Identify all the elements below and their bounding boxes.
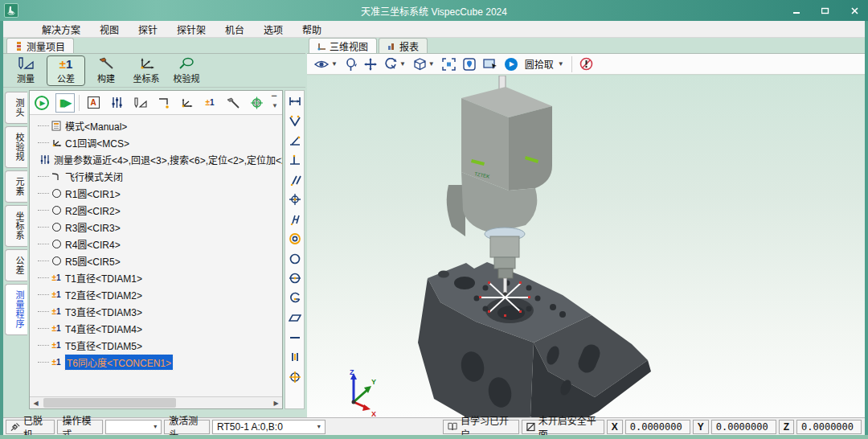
corner-feature-button[interactable] — [154, 93, 173, 113]
menu-machine[interactable]: 机台 — [215, 21, 254, 38]
side-tab-program[interactable]: 测量程序 — [5, 284, 27, 335]
minimize-button[interactable] — [788, 3, 805, 18]
scrollbar-thumb[interactable] — [43, 398, 176, 408]
angle-icon[interactable] — [288, 114, 302, 128]
menu-probe[interactable]: 探针 — [129, 21, 167, 38]
ribbon-gauge-button[interactable]: 校验规 — [167, 55, 206, 86]
pick-mode-dropdown[interactable]: 圆拾取▼ — [525, 57, 564, 71]
distance-icon[interactable] — [288, 94, 302, 108]
tree-row[interactable]: ±1T5直径<TDIAM5> — [35, 337, 282, 354]
side-tab-coordinate[interactable]: 坐标系 — [5, 205, 27, 247]
tree-row[interactable]: C1回调<MCS> — [35, 134, 282, 151]
x-coordinate-value: 0.0000000 — [625, 420, 690, 434]
angularity-icon[interactable] — [288, 133, 302, 147]
alarm-disabled-icon[interactable] — [579, 57, 593, 71]
perpendicularity-icon[interactable] — [288, 154, 302, 167]
straightness-icon[interactable] — [288, 330, 302, 344]
runout-icon[interactable] — [288, 212, 302, 226]
ribbon-toolbar: 测量 ±1 公差 构建 坐标系 — [3, 54, 305, 88]
circle-icon — [50, 204, 63, 217]
parallel-lines-icon[interactable] — [288, 351, 302, 364]
tolerance-feature-button[interactable]: ±1 — [200, 93, 219, 113]
side-tab-probe[interactable]: 测头 — [5, 92, 27, 124]
position-icon[interactable] — [288, 193, 302, 207]
tolerance-icon: ±1 — [50, 272, 63, 285]
horizontal-scrollbar[interactable]: ◀ ▶ — [30, 396, 282, 408]
side-tab-elements[interactable]: 元素 — [5, 170, 27, 203]
menu-probe-rack[interactable]: 探针架 — [167, 21, 215, 38]
step-run-button[interactable]: ▮▶ — [55, 93, 75, 113]
ribbon-construct-label: 构建 — [97, 72, 115, 84]
tab-3d-view[interactable]: 三维视图 — [309, 38, 377, 53]
tree-row[interactable]: 模式<Manual> — [35, 117, 282, 134]
view-cube-dropdown[interactable]: ▼ — [413, 58, 435, 71]
menu-bar: 解决方案 视图 探针 探针架 机台 选项 帮助 — [3, 21, 865, 38]
ribbon-tolerance-button[interactable]: ±1 公差 — [47, 55, 85, 86]
ribbon-measure-button[interactable]: 测量 — [6, 55, 45, 86]
fly-icon — [50, 170, 63, 183]
tree-row[interactable]: ±1T3直径<TDIAM3> — [35, 303, 282, 320]
menu-help[interactable]: 帮助 — [293, 21, 331, 38]
tab-measurement-project[interactable]: 测量项目 — [6, 38, 74, 53]
self-learn-status[interactable]: 自学习已开启 — [443, 420, 519, 434]
tree-row[interactable]: ±1T2直径<TDIAM2> — [35, 286, 282, 303]
tree-row[interactable]: R1圆<CIR1> — [35, 185, 282, 202]
orbit-dropdown[interactable]: ▼ — [384, 58, 406, 71]
window-select-icon[interactable] — [483, 58, 497, 70]
tab-report[interactable]: 报表 — [379, 38, 428, 53]
side-tab-gauge[interactable]: 校验规 — [5, 126, 27, 168]
pick-mode-label: 圆拾取 — [525, 57, 554, 71]
hammer-icon — [98, 56, 114, 71]
tree-row[interactable]: ±1T4直径<TDIAM4> — [35, 320, 282, 337]
rotate-view-icon[interactable] — [345, 58, 357, 71]
menu-view[interactable]: 视图 — [90, 21, 129, 38]
tree-row[interactable]: R5圆<CIR5> — [35, 252, 282, 269]
active-probe-select[interactable]: RT50-1 A:0,B:0▾ — [212, 420, 326, 434]
visibility-dropdown[interactable]: ▼ — [313, 59, 338, 70]
measure-tool-button[interactable] — [130, 93, 149, 113]
triad-z-label: Z — [350, 368, 354, 376]
locate-pin-icon[interactable] — [463, 58, 476, 71]
ribbon-construct-button[interactable]: 构建 — [87, 55, 125, 86]
window-bottom-edge — [0, 435, 868, 439]
scroll-right-arrow[interactable]: ▶ — [270, 397, 282, 408]
measure-params-button[interactable] — [107, 93, 126, 113]
scroll-left-arrow[interactable]: ◀ — [30, 397, 42, 408]
menu-solution[interactable]: 解决方案 — [32, 21, 90, 38]
tree-row[interactable]: R2圆<CIR2> — [35, 202, 282, 219]
pan-icon[interactable] — [364, 58, 377, 71]
tree-row[interactable]: 测量参数逼近<4>,回退<3>,搜索<6>,定位<2>,定位加<2>,测 — [35, 151, 282, 168]
viewport-3d[interactable]: TZTEK — [307, 76, 865, 417]
menu-options[interactable]: 选项 — [254, 21, 293, 38]
circularity-icon[interactable] — [288, 252, 302, 265]
tree-row-selected[interactable]: ±1T6同心度<TCONCEN1> — [35, 354, 282, 371]
ribbon-tolerance-label: 公差 — [57, 72, 75, 84]
zoom-fit-icon[interactable] — [442, 58, 456, 71]
circle-icon — [50, 255, 63, 268]
play-pick-icon[interactable]: ▶ — [505, 58, 518, 71]
target-align-button[interactable] — [247, 93, 266, 113]
close-button[interactable] — [845, 3, 863, 18]
symmetry-icon[interactable] — [288, 272, 302, 285]
run-program-button[interactable]: ▶ — [32, 93, 51, 113]
tree-row[interactable]: ±1T1直径<TDIAM1> — [35, 269, 282, 286]
parallelism-icon[interactable] — [288, 173, 302, 187]
concentricity-icon[interactable] — [288, 232, 302, 246]
maximize-button[interactable] — [817, 3, 834, 18]
ribbon-measure-label: 测量 — [17, 72, 35, 84]
safety-plane-status[interactable]: 未开启安全平面 — [522, 420, 604, 434]
side-tab-tolerance[interactable]: 公差 — [5, 249, 27, 281]
ribbon-coordinate-button[interactable]: 坐标系 — [127, 55, 166, 86]
toolbar-overflow-button[interactable]: ▔▼ — [272, 95, 280, 114]
op-mode-select[interactable]: ▾ — [105, 420, 162, 434]
construct-feature-button[interactable] — [223, 93, 243, 113]
tree-row[interactable]: R4圆<CIR4> — [35, 236, 282, 252]
cylindricity-icon[interactable] — [288, 291, 302, 305]
auto-feature-button[interactable]: A — [84, 93, 103, 113]
flatness-icon[interactable] — [288, 311, 302, 325]
tree-row[interactable]: 飞行模式关闭 — [35, 168, 282, 185]
coordinate-feature-button[interactable] — [177, 93, 196, 113]
true-position-icon[interactable] — [288, 370, 302, 384]
program-tree: 模式<Manual> C1回调<MCS> 测量参数逼近<4>,回退<3>,搜索<… — [30, 115, 282, 396]
tree-row[interactable]: R3圆<CIR3> — [35, 219, 282, 236]
